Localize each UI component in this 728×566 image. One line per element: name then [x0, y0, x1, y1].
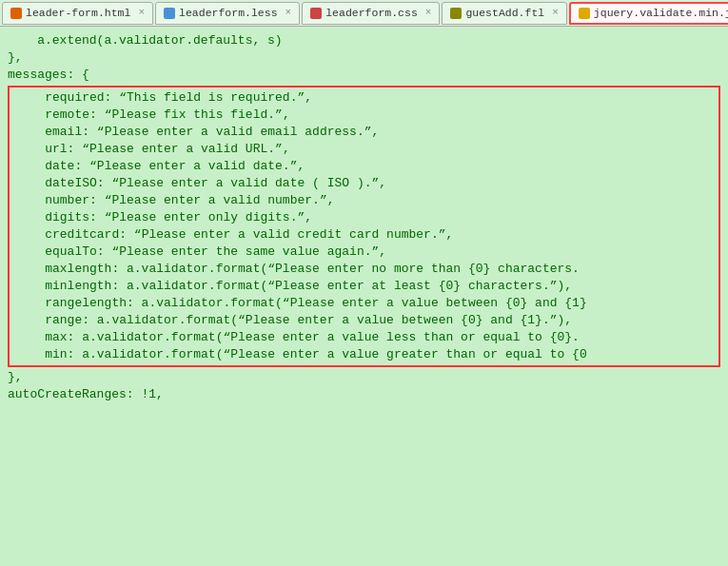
tab-leader-form-html[interactable]: leader-form.html × [2, 2, 153, 25]
tab-leaderform-css[interactable]: leaderform.css × [302, 2, 440, 25]
tab-jquery-validate[interactable]: jquery.validate.min.js × [569, 2, 728, 25]
msg-equalto: equalTo: “Please enter the same value ag… [13, 244, 715, 261]
tab-close-leader-form-html[interactable]: × [138, 8, 145, 18]
tab-guestadd-ftl[interactable]: guestAdd.ftl × [442, 2, 566, 25]
tab-label: leaderform.css [325, 7, 418, 19]
msg-url: url: “Please enter a valid URL.”, [13, 141, 715, 158]
highlighted-messages-block: required: “This field is required.”, rem… [8, 86, 720, 367]
tab-leaderform-less[interactable]: leaderform.less × [155, 2, 300, 25]
msg-minlength: minlength: a.validator.format(“Please en… [13, 278, 715, 295]
tab-close-leaderform-less[interactable]: × [285, 8, 292, 18]
msg-rangelength: rangelength: a.validator.format(“Please … [13, 295, 715, 312]
msg-required: required: “This field is required.”, [13, 89, 715, 107]
msg-creditcard: creditcard: “Please enter a valid credit… [13, 226, 715, 244]
tab-close-leaderform-css[interactable]: × [425, 8, 432, 18]
msg-maxlength: maxlength: a.validator.format(“Please en… [13, 261, 715, 278]
msg-min: min: a.validator.format(“Please enter a … [13, 346, 715, 363]
tab-bar: leader-form.html × leaderform.less × lea… [0, 0, 728, 27]
js-icon [579, 8, 590, 19]
msg-digits: digits: “Please enter only digits.”, [13, 209, 715, 226]
code-line-before2: }, [0, 49, 728, 67]
ftl-icon [450, 8, 462, 19]
msg-range: range: a.validator.format(“Please enter … [13, 312, 715, 329]
code-line-before1: a.extend(a.validator.defaults, s) [0, 32, 728, 49]
tab-close-guestadd-ftl[interactable]: × [552, 8, 559, 18]
msg-number: number: “Please enter a valid number.”, [13, 192, 715, 209]
tab-label: jquery.validate.min.js [594, 7, 728, 19]
msg-max: max: a.validator.format(“Please enter a … [13, 329, 715, 346]
code-line-messages-label: messages: { [0, 67, 728, 84]
tab-label: leaderform.less [179, 7, 278, 19]
html-icon [10, 8, 22, 19]
less-icon [164, 8, 175, 19]
tab-label: leader-form.html [26, 7, 130, 19]
msg-date: date: “Please enter a valid date.”, [13, 158, 715, 175]
msg-remote: remote: “Please fix this field.”, [13, 107, 715, 124]
css-icon [310, 8, 322, 19]
tab-label: guestAdd.ftl [465, 7, 544, 19]
code-area: a.extend(a.validator.defaults, s) }, mes… [0, 27, 728, 566]
msg-dateiso: dateISO: “Please enter a valid date ( IS… [13, 175, 715, 192]
msg-email: email: “Please enter a valid email addre… [13, 124, 715, 141]
code-line-after1: }, [0, 369, 728, 386]
code-line-after2: autoCreateRanges: !1, [0, 386, 728, 403]
